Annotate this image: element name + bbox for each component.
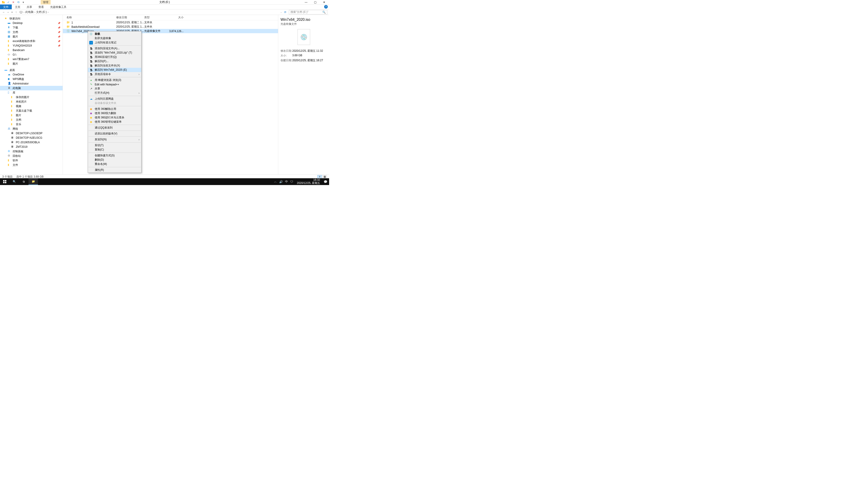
volume-icon[interactable]: 🔊: [279, 180, 283, 184]
refresh-icon[interactable]: ⟳: [283, 11, 287, 14]
nav-desktop-root[interactable]: ▬桌面: [0, 68, 63, 72]
ctx-baidu[interactable]: ☁上传到百度网盘: [88, 97, 141, 101]
nav-downloads[interactable]: ⬇下载📌: [0, 25, 63, 30]
ctx-delete[interactable]: 删除(D): [88, 158, 141, 162]
start-button[interactable]: [0, 178, 9, 185]
nav-libraries[interactable]: ▯库: [0, 90, 63, 95]
crumb-pc[interactable]: 此电脑: [25, 10, 33, 14]
ctx-shortcut[interactable]: 创建快捷方式(S): [88, 153, 141, 158]
nav-wps[interactable]: ◆WPS网盘: [0, 77, 63, 81]
ctx-extract-to[interactable]: 🗜解压到(F)...: [88, 59, 141, 64]
nav-quick-access[interactable]: ★快速访问: [0, 16, 63, 21]
ctx-restore-version[interactable]: 还原以前的版本(V): [88, 131, 141, 136]
nav-forward-icon[interactable]: →: [6, 11, 10, 14]
table-row[interactable]: 📁 1 2020/12/15, 星期二 1... 文件夹: [63, 20, 278, 25]
ctx-send-to[interactable]: 发送到(N)›: [88, 137, 141, 142]
nav-videos[interactable]: ▮视频: [0, 104, 63, 108]
nav-up-icon[interactable]: ↑: [14, 11, 18, 14]
nav-folder[interactable]: ▮excel表格制作求和📌: [0, 39, 63, 43]
nav-network[interactable]: 🖧网络: [0, 127, 63, 131]
nav-folder[interactable]: ▮图片: [0, 61, 63, 66]
nav-computer[interactable]: 🖥ZMT2019: [0, 144, 63, 149]
table-row[interactable]: 📁 BaiduNetdiskDownload 2020/12/25, 星期五 1…: [63, 25, 278, 29]
tab-home[interactable]: 主页: [12, 4, 24, 9]
col-type[interactable]: 类型: [144, 15, 168, 20]
nav-folder[interactable]: ▮文件: [0, 163, 63, 167]
chevron-right-icon[interactable]: ›: [23, 11, 25, 14]
qat-undo-icon[interactable]: ⟲: [16, 0, 20, 4]
ctx-open-with[interactable]: 打开方式(H)›: [88, 91, 141, 95]
ctx-honey-browser[interactable]: ●用 蜂蜜浏览器 浏览(3): [88, 78, 141, 82]
ctx-notepad[interactable]: ✎Edit with Notepad++: [88, 82, 141, 87]
nav-folder[interactable]: ▮本机照片: [0, 99, 63, 104]
ctx-youdao[interactable]: ↑上传到有道云笔记: [88, 40, 141, 45]
qat-check-icon[interactable]: ✓: [6, 0, 10, 4]
nav-desktop[interactable]: ▬Desktop📌: [0, 21, 63, 25]
security-icon[interactable]: 🛡: [290, 180, 293, 184]
nav-back-icon[interactable]: ←: [2, 11, 6, 14]
ctx-copy[interactable]: 复制(C): [88, 148, 141, 152]
ctx-share[interactable]: ↗共享: [88, 87, 141, 91]
ctx-add-zip[interactable]: 🗜添加到 "Win7x64_2020.zip" (T): [88, 51, 141, 55]
crumb-location[interactable]: 文档 (E:): [36, 10, 47, 14]
ctx-extract-folder[interactable]: 🗜解压到 Win7x64_2020\ (E): [88, 68, 141, 72]
minimize-button[interactable]: —: [302, 0, 311, 4]
ctx-360-menu[interactable]: ◉使用 360管理右键菜单: [88, 120, 141, 124]
ctx-360-unlock[interactable]: ◉使用 360解除占用: [88, 107, 141, 111]
nav-pictures[interactable]: ▦图片📌: [0, 34, 63, 39]
ctx-cut[interactable]: 剪切(T): [88, 143, 141, 148]
breadcrumb[interactable]: › 此电脑 › 文档 (E:) ›: [18, 10, 280, 14]
maximize-button[interactable]: ▢: [311, 0, 320, 4]
ctx-add-archive[interactable]: 🗜添加到压缩文件(A)...: [88, 46, 141, 51]
nav-folder[interactable]: ▮图片: [0, 113, 63, 118]
nav-dropdown-icon[interactable]: ▾: [10, 11, 14, 13]
clock[interactable]: 16:32 2020/12/25, 星期五: [296, 178, 321, 185]
ctx-extract-here[interactable]: 🗜解压到当前文件夹(X): [88, 64, 141, 68]
ctx-properties[interactable]: 属性(R): [88, 168, 141, 172]
notification-icon[interactable]: 💬: [324, 180, 327, 184]
view-details-button[interactable]: ≡: [317, 175, 322, 178]
close-button[interactable]: ✕: [320, 0, 329, 4]
tab-view[interactable]: 查看: [35, 4, 47, 9]
nav-computer[interactable]: 🖥DESKTOP-LSSOEDP: [0, 131, 63, 135]
ime-icon[interactable]: 中: [285, 180, 288, 184]
col-size[interactable]: 大小: [168, 15, 186, 20]
help-icon[interactable]: ?: [324, 5, 328, 8]
chevron-right-icon[interactable]: ›: [34, 11, 36, 14]
nav-folder[interactable]: ▮win7重装win7: [0, 57, 63, 61]
nav-control-panel[interactable]: ⚙控制面板: [0, 149, 63, 154]
addr-dropdown-icon[interactable]: ⌄: [280, 11, 283, 13]
nav-folder[interactable]: ▮音乐: [0, 122, 63, 127]
tray-chevron-icon[interactable]: ︿: [274, 180, 277, 184]
taskbar[interactable]: 🔍 ⧉ 📁 ︿ 🔊 中 🛡 16:32 2020/12/25, 星期五 💬: [0, 178, 329, 185]
col-date[interactable]: 修改日期: [116, 15, 144, 20]
nav-user[interactable]: 👤Administrator: [0, 81, 63, 86]
search-input[interactable]: 搜索"文档 (E:)" 🔍: [289, 10, 327, 14]
nav-folder[interactable]: ▮软件: [0, 158, 63, 163]
nav-folder[interactable]: ▮保存的图片: [0, 95, 63, 99]
ctx-open-360[interactable]: 🗜用360压缩打开(Q): [88, 55, 141, 59]
ctx-qq-send[interactable]: 通过QQ发送到: [88, 126, 141, 130]
nav-this-pc[interactable]: 🖥此电脑: [0, 86, 63, 90]
col-name[interactable]: 名称: [66, 15, 116, 20]
qat-delete-icon[interactable]: ✕: [11, 0, 16, 4]
qat-dropdown-icon[interactable]: ▾: [21, 0, 25, 4]
nav-drive[interactable]: ⛀G:\: [0, 53, 63, 57]
explorer-button[interactable]: 📁: [29, 178, 38, 185]
tab-file[interactable]: 文件: [0, 4, 12, 9]
view-large-button[interactable]: ▦: [322, 175, 327, 178]
navigation-pane[interactable]: ★快速访问 ▬Desktop📌 ⬇下载📌 ▤文档📌 ▦图片📌 ▮excel表格制…: [0, 15, 63, 174]
nav-folder[interactable]: ▮YUNQISHI2019📌: [0, 43, 63, 48]
column-headers[interactable]: 名称 修改日期 类型 大小: [63, 15, 278, 20]
nav-documents[interactable]: ▤文档📌: [0, 30, 63, 34]
contextual-tab-manage[interactable]: 管理: [41, 0, 51, 4]
nav-computer[interactable]: 🖥DESKTOP-NJEU3CG: [0, 135, 63, 140]
chevron-right-icon[interactable]: ›: [47, 11, 49, 14]
ctx-burn[interactable]: 刻录光盘映像: [88, 36, 141, 40]
tab-disc-tools[interactable]: 光盘映像工具: [47, 4, 70, 9]
ctx-other-compress[interactable]: 🗜其他压缩命令›: [88, 72, 141, 76]
ctx-rename[interactable]: 重命名(M): [88, 162, 141, 166]
ctx-360-delete[interactable]: ◉使用 360强力删除: [88, 111, 141, 116]
nav-folder[interactable]: ▮天翼云盘下载: [0, 108, 63, 113]
nav-onedrive[interactable]: ☁OneDrive: [0, 72, 63, 77]
